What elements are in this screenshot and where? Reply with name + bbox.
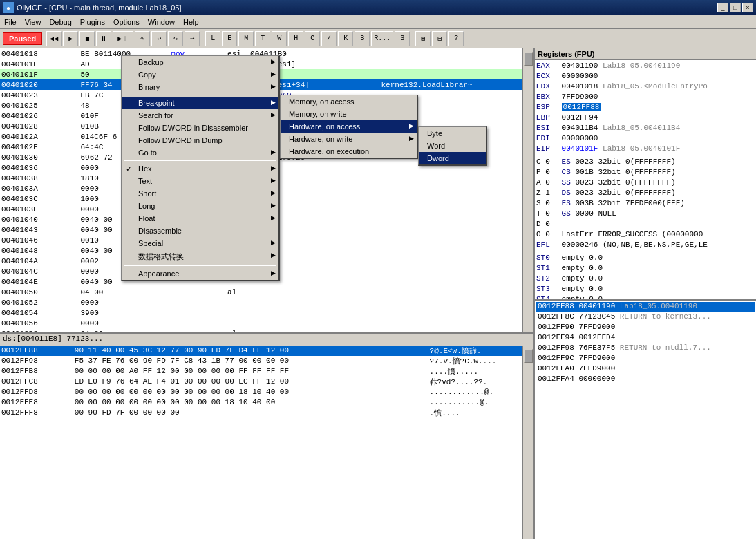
bp-hardware-access[interactable]: Hardware, on access	[281, 120, 417, 133]
cm-short[interactable]: Short	[122, 187, 278, 200]
dump-area: 0012FF88 90 11 40 00 45 3C 12 77 00 90 F…	[0, 346, 533, 539]
dump-scrollbar[interactable]	[522, 346, 533, 539]
toolbar-E[interactable]: E	[222, 31, 237, 46]
table-row[interactable]: 0012FFB8 00 00 00 00 A0 FF 12 00 00 00 0…	[0, 366, 533, 377]
cm-binary[interactable]: Binary	[122, 81, 278, 93]
bp-memory-access[interactable]: Memory, on access	[281, 95, 417, 108]
table-row[interactable]: 0012FF98 F5 37 FE 76 00 90 FD 7F C8 43 1…	[0, 356, 533, 366]
menu-help[interactable]: Help	[179, 17, 203, 28]
toolbar-play[interactable]: ▶	[63, 31, 78, 46]
toolbar-help[interactable]: ?	[448, 31, 464, 46]
cm-data-format[interactable]: 数据格式转换	[122, 249, 278, 264]
table-row[interactable]: 00401056 0000	[0, 318, 533, 328]
toolbar-M[interactable]: M	[238, 31, 254, 46]
stack-row[interactable]: 0012FFA0 7FFD9000	[536, 364, 755, 375]
cm-follow-disasm[interactable]: Follow DWORD in Disassembler	[122, 122, 278, 134]
toolbar-stepout[interactable]: ↪	[168, 31, 183, 46]
disasm-scrollbar[interactable]	[522, 48, 533, 332]
menu-file[interactable]: File	[0, 17, 21, 28]
toolbar-stepinto[interactable]: ↷	[135, 31, 150, 46]
submenu-breakpoint: Memory, on access Memory, on write Hardw…	[280, 95, 418, 159]
toolbar-slash[interactable]: /	[321, 31, 337, 46]
maximize-button[interactable]: □	[730, 3, 741, 12]
toolbar-stop[interactable]: ◼	[79, 31, 95, 46]
toolbar-S[interactable]: S	[395, 31, 410, 46]
hw-dword[interactable]: Dword	[419, 152, 486, 164]
menu-plugins[interactable]: Plugins	[76, 17, 109, 28]
reg-p: P 0 CS 001B 32bit 0(FFFFFFFF)	[536, 168, 755, 178]
minimize-button[interactable]: _	[717, 3, 728, 12]
window-title: OllyICE - [CPU - main thread, module Lab…	[17, 3, 717, 12]
reg-ebp: EBP 0012FF94	[536, 113, 755, 124]
toolbar-W[interactable]: W	[272, 31, 287, 46]
context-menu: Backup Copy Binary Breakpoint Search for…	[121, 55, 280, 281]
table-row[interactable]: 00401052 0000	[0, 297, 533, 308]
stack-row[interactable]: 0012FFA4 00000000	[536, 375, 755, 385]
cm-breakpoint[interactable]: Breakpoint	[122, 97, 278, 109]
hw-word[interactable]: Word	[419, 140, 486, 152]
table-row[interactable]: 0012FFD8 00 00 00 00 00 00 00 00 00 00 0…	[0, 387, 533, 397]
toolbar-T[interactable]: T	[255, 31, 270, 46]
cm-follow-dump[interactable]: Follow DWORD in Dump	[122, 134, 278, 146]
toolbar-rewind[interactable]: ◀◀	[46, 31, 62, 46]
cm-goto[interactable]: Go to	[122, 146, 278, 159]
bp-hardware-write[interactable]: Hardware, on write	[281, 133, 417, 145]
menu-bar: File View Debug Plugins Options Window H…	[0, 15, 756, 29]
cm-backup[interactable]: Backup	[122, 56, 278, 68]
dump-table: 0012FF88 90 11 40 00 45 3C 12 77 00 90 F…	[0, 346, 533, 418]
menu-window[interactable]: Window	[144, 17, 179, 28]
menu-debug[interactable]: Debug	[45, 17, 75, 28]
stack-row[interactable]: 0012FF90 7FFD9000	[536, 323, 755, 333]
hw-byte[interactable]: Byte	[419, 127, 486, 140]
table-row[interactable]: 00401058 04 00 al	[0, 328, 533, 333]
table-row[interactable]: 00401054 3900	[0, 308, 533, 318]
table-row[interactable]: 00401050 04 00 al	[0, 287, 533, 297]
toolbar-stepover[interactable]: ↩	[151, 31, 167, 46]
menu-view[interactable]: View	[21, 17, 46, 28]
cm-disassemble[interactable]: Disassemble	[122, 225, 278, 237]
stack-row[interactable]: 0012FF98 76FE37F5 RETURN to ntdll.7...	[536, 343, 755, 354]
table-row[interactable]: 0012FFE8 00 00 00 00 00 00 00 00 00 00 0…	[0, 397, 533, 408]
reg-esi: ESI 004011B4 Lab18_05.004011B4	[536, 124, 755, 134]
cm-hex[interactable]: Hex	[122, 162, 278, 175]
cm-sep-3	[124, 265, 276, 266]
scrollbar-thumb[interactable]	[524, 52, 533, 66]
app-icon: ●	[3, 2, 14, 13]
cm-appearance[interactable]: Appearance	[122, 267, 278, 280]
window-controls[interactable]: _ □ ×	[717, 3, 753, 12]
cm-special[interactable]: Special	[122, 237, 278, 249]
stack-row[interactable]: 0012FF8C 77123C45 RETURN to kerne13...	[536, 312, 755, 323]
toolbar-grid[interactable]: ⊞	[415, 31, 431, 46]
toolbar-B[interactable]: B	[355, 31, 370, 46]
stack-row[interactable]: 0012FF88 00401190 Lab18_05.00401190	[536, 302, 755, 312]
toolbar-pause[interactable]: ⏸	[96, 31, 111, 46]
bp-hardware-exec[interactable]: Hardware, on execution	[281, 145, 417, 158]
stack-row[interactable]: 0012FF9C 7FFD9000	[536, 354, 755, 364]
dump-scrollbar-thumb[interactable]	[524, 349, 533, 363]
table-row[interactable]: 0012FF88 90 11 40 00 45 3C 12 77 00 90 F…	[0, 346, 533, 356]
status-bar: ds:[004011E8]=77123...	[0, 333, 533, 346]
close-button[interactable]: ×	[742, 3, 753, 12]
menu-options[interactable]: Options	[109, 17, 144, 28]
cm-search-for[interactable]: Search for	[122, 109, 278, 122]
cm-copy[interactable]: Copy	[122, 68, 278, 81]
toolbar-K[interactable]: K	[338, 31, 353, 46]
toolbar-list[interactable]: ⊟	[432, 31, 447, 46]
toolbar-run-to-cursor[interactable]: →	[185, 31, 200, 46]
reg-c: C 0 ES 0023 32bit 0(FFFFFFFF)	[536, 158, 755, 168]
stack-row[interactable]: 0012FF94 0012FFD4	[536, 333, 755, 343]
reg-edx: EDX 00401018 Lab18_05.<ModuleEntryPo	[536, 82, 755, 93]
toolbar-step[interactable]: ▶⏸	[113, 31, 133, 46]
cm-float[interactable]: Float	[122, 212, 278, 225]
toolbar-L[interactable]: L	[205, 31, 220, 46]
toolbar-H[interactable]: H	[288, 31, 303, 46]
toolbar-C[interactable]: C	[305, 31, 320, 46]
cm-long[interactable]: Long	[122, 200, 278, 212]
cm-text[interactable]: Text	[122, 175, 278, 187]
bp-memory-write[interactable]: Memory, on write	[281, 108, 417, 120]
table-row[interactable]: 0012FFF8 00 90 FD 7F 00 00 00 00 .憤....	[0, 408, 533, 418]
reg-eip: EIP 0040101F Lab18_05.0040101F	[536, 144, 755, 155]
toolbar-R[interactable]: R...	[371, 31, 393, 46]
table-row[interactable]: 0012FFC8 ED E0 F9 76 64 AE F4 01 00 00 0…	[0, 377, 533, 387]
registers-header: Registers (FPU)	[535, 48, 756, 60]
